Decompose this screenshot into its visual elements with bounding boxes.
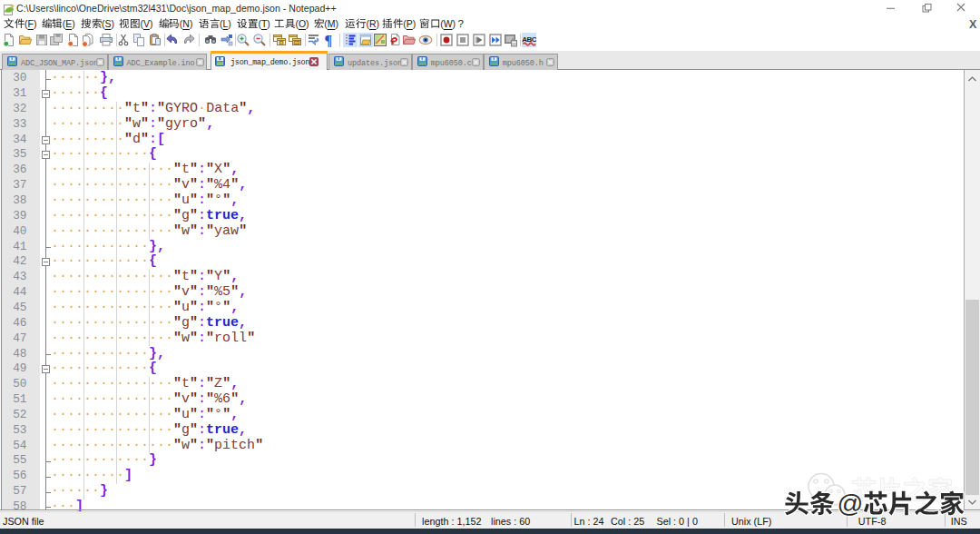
svg-text:¶: ¶ — [324, 33, 332, 47]
svg-text:@: @ — [837, 490, 862, 518]
svg-text:ABC: ABC — [522, 35, 536, 44]
